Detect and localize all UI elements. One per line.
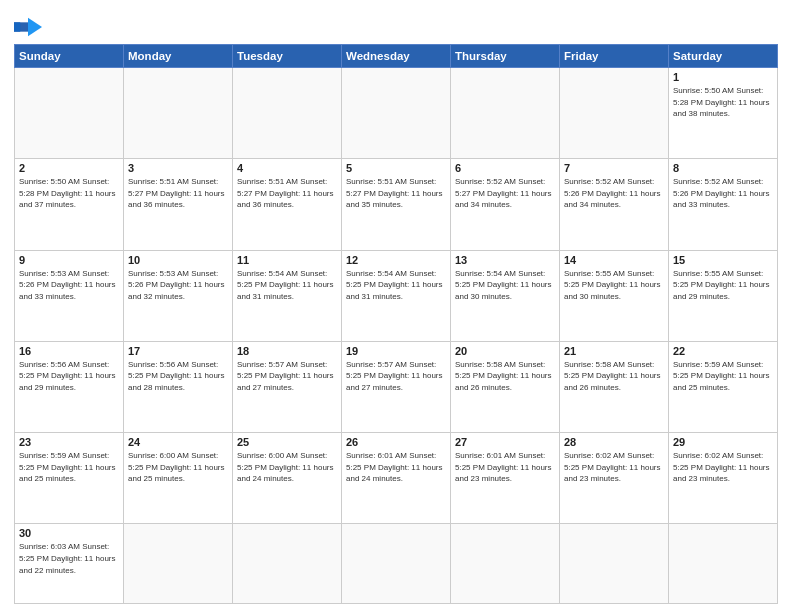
calendar-cell: 9Sunrise: 5:53 AM Sunset: 5:26 PM Daylig… (15, 250, 124, 341)
day-info: Sunrise: 6:02 AM Sunset: 5:25 PM Dayligh… (673, 450, 773, 485)
calendar-cell (342, 524, 451, 604)
calendar-cell (560, 68, 669, 159)
day-number: 13 (455, 254, 555, 266)
day-number: 20 (455, 345, 555, 357)
calendar-cell: 16Sunrise: 5:56 AM Sunset: 5:25 PM Dayli… (15, 341, 124, 432)
calendar-cell: 18Sunrise: 5:57 AM Sunset: 5:25 PM Dayli… (233, 341, 342, 432)
calendar-cell (451, 524, 560, 604)
day-number: 27 (455, 436, 555, 448)
day-info: Sunrise: 5:50 AM Sunset: 5:28 PM Dayligh… (673, 85, 773, 120)
weekday-header-wednesday: Wednesday (342, 45, 451, 68)
day-number: 8 (673, 162, 773, 174)
day-number: 10 (128, 254, 228, 266)
svg-marker-1 (28, 18, 42, 37)
weekday-header-saturday: Saturday (669, 45, 778, 68)
day-info: Sunrise: 5:51 AM Sunset: 5:27 PM Dayligh… (128, 176, 228, 211)
calendar-cell: 6Sunrise: 5:52 AM Sunset: 5:27 PM Daylig… (451, 159, 560, 250)
calendar-cell: 7Sunrise: 5:52 AM Sunset: 5:26 PM Daylig… (560, 159, 669, 250)
day-info: Sunrise: 5:52 AM Sunset: 5:26 PM Dayligh… (673, 176, 773, 211)
day-info: Sunrise: 6:01 AM Sunset: 5:25 PM Dayligh… (455, 450, 555, 485)
day-number: 28 (564, 436, 664, 448)
calendar-cell: 27Sunrise: 6:01 AM Sunset: 5:25 PM Dayli… (451, 433, 560, 524)
day-info: Sunrise: 5:56 AM Sunset: 5:25 PM Dayligh… (128, 359, 228, 394)
calendar-cell: 29Sunrise: 6:02 AM Sunset: 5:25 PM Dayli… (669, 433, 778, 524)
calendar-cell (669, 524, 778, 604)
day-info: Sunrise: 6:00 AM Sunset: 5:25 PM Dayligh… (128, 450, 228, 485)
header (14, 10, 778, 38)
calendar-cell: 30Sunrise: 6:03 AM Sunset: 5:25 PM Dayli… (15, 524, 124, 604)
day-number: 15 (673, 254, 773, 266)
day-number: 9 (19, 254, 119, 266)
day-info: Sunrise: 6:02 AM Sunset: 5:25 PM Dayligh… (564, 450, 664, 485)
day-info: Sunrise: 6:00 AM Sunset: 5:25 PM Dayligh… (237, 450, 337, 485)
calendar-cell (451, 68, 560, 159)
calendar-cell: 1Sunrise: 5:50 AM Sunset: 5:28 PM Daylig… (669, 68, 778, 159)
day-number: 22 (673, 345, 773, 357)
day-info: Sunrise: 5:53 AM Sunset: 5:26 PM Dayligh… (128, 268, 228, 303)
day-number: 25 (237, 436, 337, 448)
day-number: 23 (19, 436, 119, 448)
calendar-cell: 20Sunrise: 5:58 AM Sunset: 5:25 PM Dayli… (451, 341, 560, 432)
day-info: Sunrise: 6:03 AM Sunset: 5:25 PM Dayligh… (19, 541, 119, 576)
day-number: 2 (19, 162, 119, 174)
calendar-cell: 15Sunrise: 5:55 AM Sunset: 5:25 PM Dayli… (669, 250, 778, 341)
calendar-cell (15, 68, 124, 159)
calendar-cell: 24Sunrise: 6:00 AM Sunset: 5:25 PM Dayli… (124, 433, 233, 524)
day-number: 6 (455, 162, 555, 174)
calendar-cell (560, 524, 669, 604)
calendar-cell: 28Sunrise: 6:02 AM Sunset: 5:25 PM Dayli… (560, 433, 669, 524)
day-number: 19 (346, 345, 446, 357)
calendar-week-0: 1Sunrise: 5:50 AM Sunset: 5:28 PM Daylig… (15, 68, 778, 159)
calendar-cell (124, 68, 233, 159)
calendar-week-3: 16Sunrise: 5:56 AM Sunset: 5:25 PM Dayli… (15, 341, 778, 432)
calendar-cell: 12Sunrise: 5:54 AM Sunset: 5:25 PM Dayli… (342, 250, 451, 341)
calendar-cell: 8Sunrise: 5:52 AM Sunset: 5:26 PM Daylig… (669, 159, 778, 250)
day-number: 24 (128, 436, 228, 448)
day-info: Sunrise: 5:57 AM Sunset: 5:25 PM Dayligh… (237, 359, 337, 394)
day-info: Sunrise: 5:51 AM Sunset: 5:27 PM Dayligh… (237, 176, 337, 211)
page: SundayMondayTuesdayWednesdayThursdayFrid… (0, 0, 792, 612)
day-info: Sunrise: 6:01 AM Sunset: 5:25 PM Dayligh… (346, 450, 446, 485)
weekday-header-friday: Friday (560, 45, 669, 68)
day-info: Sunrise: 5:52 AM Sunset: 5:27 PM Dayligh… (455, 176, 555, 211)
calendar-cell: 19Sunrise: 5:57 AM Sunset: 5:25 PM Dayli… (342, 341, 451, 432)
calendar-cell: 14Sunrise: 5:55 AM Sunset: 5:25 PM Dayli… (560, 250, 669, 341)
day-info: Sunrise: 5:55 AM Sunset: 5:25 PM Dayligh… (564, 268, 664, 303)
calendar-cell: 3Sunrise: 5:51 AM Sunset: 5:27 PM Daylig… (124, 159, 233, 250)
day-info: Sunrise: 5:58 AM Sunset: 5:25 PM Dayligh… (455, 359, 555, 394)
weekday-header-thursday: Thursday (451, 45, 560, 68)
day-number: 1 (673, 71, 773, 83)
day-info: Sunrise: 5:59 AM Sunset: 5:25 PM Dayligh… (673, 359, 773, 394)
day-number: 30 (19, 527, 119, 539)
day-number: 12 (346, 254, 446, 266)
day-info: Sunrise: 5:56 AM Sunset: 5:25 PM Dayligh… (19, 359, 119, 394)
day-number: 3 (128, 162, 228, 174)
calendar-cell: 4Sunrise: 5:51 AM Sunset: 5:27 PM Daylig… (233, 159, 342, 250)
calendar-cell: 25Sunrise: 6:00 AM Sunset: 5:25 PM Dayli… (233, 433, 342, 524)
day-info: Sunrise: 5:55 AM Sunset: 5:25 PM Dayligh… (673, 268, 773, 303)
calendar-week-1: 2Sunrise: 5:50 AM Sunset: 5:28 PM Daylig… (15, 159, 778, 250)
calendar-cell: 2Sunrise: 5:50 AM Sunset: 5:28 PM Daylig… (15, 159, 124, 250)
day-number: 16 (19, 345, 119, 357)
day-number: 21 (564, 345, 664, 357)
calendar-cell: 17Sunrise: 5:56 AM Sunset: 5:25 PM Dayli… (124, 341, 233, 432)
day-number: 14 (564, 254, 664, 266)
day-info: Sunrise: 5:51 AM Sunset: 5:27 PM Dayligh… (346, 176, 446, 211)
day-number: 7 (564, 162, 664, 174)
calendar-week-4: 23Sunrise: 5:59 AM Sunset: 5:25 PM Dayli… (15, 433, 778, 524)
day-number: 26 (346, 436, 446, 448)
calendar-cell (233, 524, 342, 604)
calendar-cell: 10Sunrise: 5:53 AM Sunset: 5:26 PM Dayli… (124, 250, 233, 341)
day-info: Sunrise: 5:52 AM Sunset: 5:26 PM Dayligh… (564, 176, 664, 211)
day-info: Sunrise: 5:54 AM Sunset: 5:25 PM Dayligh… (237, 268, 337, 303)
calendar-cell: 5Sunrise: 5:51 AM Sunset: 5:27 PM Daylig… (342, 159, 451, 250)
day-info: Sunrise: 5:59 AM Sunset: 5:25 PM Dayligh… (19, 450, 119, 485)
svg-rect-2 (14, 22, 20, 31)
day-info: Sunrise: 5:53 AM Sunset: 5:26 PM Dayligh… (19, 268, 119, 303)
calendar-cell: 11Sunrise: 5:54 AM Sunset: 5:25 PM Dayli… (233, 250, 342, 341)
weekday-header-row: SundayMondayTuesdayWednesdayThursdayFrid… (15, 45, 778, 68)
day-number: 17 (128, 345, 228, 357)
day-info: Sunrise: 5:54 AM Sunset: 5:25 PM Dayligh… (455, 268, 555, 303)
logo (14, 16, 46, 38)
weekday-header-sunday: Sunday (15, 45, 124, 68)
